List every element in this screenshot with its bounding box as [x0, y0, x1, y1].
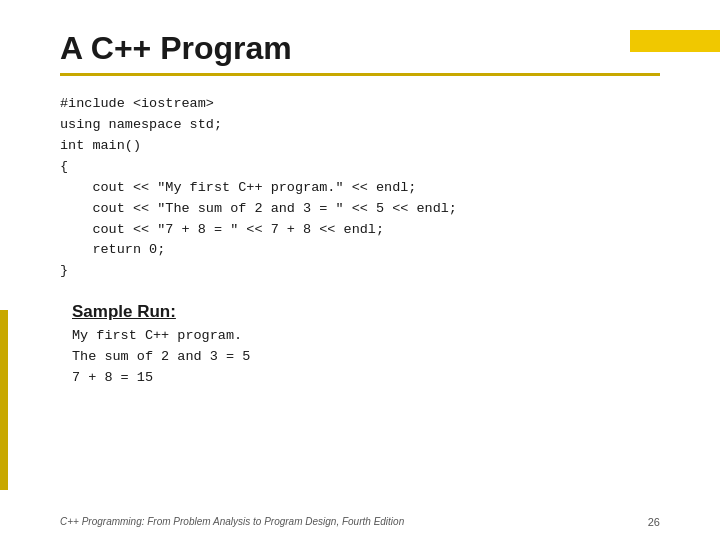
slide-container: A C++ Program #include <iostream> using … [0, 0, 720, 540]
footer-page-number: 26 [648, 516, 660, 528]
title-area: A C++ Program [60, 30, 660, 76]
title-underline [60, 73, 660, 76]
footer-left: C++ Programming: From Problem Analysis t… [60, 516, 404, 528]
sample-run-label: Sample Run: [72, 302, 660, 322]
code-block: #include <iostream> using namespace std;… [60, 94, 660, 282]
code-line-7: cout << "7 + 8 = " << 7 + 8 << endl; [60, 222, 384, 237]
code-line-2: using namespace std; [60, 117, 222, 132]
code-line-5: cout << "My first C++ program." << endl; [60, 180, 416, 195]
slide-title: A C++ Program [60, 30, 660, 67]
output-line-3: 7 + 8 = 15 [72, 370, 153, 385]
footer: C++ Programming: From Problem Analysis t… [0, 516, 720, 528]
code-line-8: return 0; [60, 242, 165, 257]
code-line-1: #include <iostream> [60, 96, 214, 111]
code-line-3: int main() [60, 138, 141, 153]
code-line-4: { [60, 159, 68, 174]
code-line-9: } [60, 263, 68, 278]
code-line-6: cout << "The sum of 2 and 3 = " << 5 << … [60, 201, 457, 216]
sample-run-output: My first C++ program. The sum of 2 and 3… [72, 326, 660, 389]
left-accent-bar [0, 310, 8, 490]
output-line-1: My first C++ program. [72, 328, 242, 343]
accent-bar-top [630, 30, 720, 52]
output-line-2: The sum of 2 and 3 = 5 [72, 349, 250, 364]
